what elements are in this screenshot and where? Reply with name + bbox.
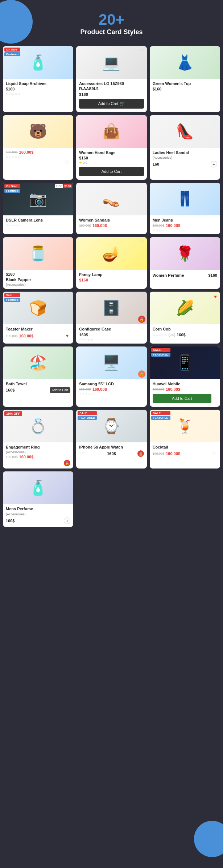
mobile-old-price: 199.00$ [153,388,165,391]
fav-button-sandal[interactable]: ♡ [212,117,219,123]
jeans-new-price: 160.00$ [166,223,180,228]
perfume-emoji: 🌹 [150,237,220,270]
card-body-lamp: Fancy Lamp $160 [76,270,146,289]
lcd-emoji: 🖥️ [76,346,146,379]
corn-emoji: 🌽 [150,292,220,324]
card-image-towel: 🏖️ [3,346,73,379]
handbag-stars-row: ★ 0.0 [79,161,144,165]
lcd-title: Samsung 55" LCD [79,381,144,386]
handbag-cart-label: Add to Cart [102,169,122,174]
jeans-title: Men Jeans [153,218,217,223]
ring-badge-off: 19% OFF [4,411,22,416]
product-card-watch: ⌚ SALE FEATURED iPhone 5s Apple Watch ♡ … [76,410,146,469]
card-body-camera: DSLR Camera Lens ☆☆☆☆☆ [3,215,73,234]
fav-button-soap[interactable]: ♡ [65,48,72,54]
toaster-badge-sale: Sale [4,293,20,297]
camera-stars: ☆☆☆☆☆ [6,223,70,227]
card-body-corn: Corn Cob ☆☆☆☆☆ (0.0) 160$ [150,324,220,343]
toaster-title: Toaster Maker [6,326,70,332]
teddy-fav[interactable]: ♡ [64,159,70,166]
fav-button-lamp[interactable]: ♡ [139,239,145,245]
card-image-ring: 💍 19% OFF [3,410,73,442]
cocktail-fav[interactable]: ♡ [211,450,217,457]
towel-title: Bath Towel [6,381,70,386]
mensperf-emoji: 🧴 [3,471,73,504]
soap-title: Liquid Soap Archives [6,81,70,86]
card-image-perfume: 🌹 ♡ [150,237,220,270]
pepper-emoji: 🫙 [3,237,73,270]
towel-cart-label: Add to Cart [52,388,69,392]
towel-emoji: 🏖️ [3,346,73,379]
sandal-plus-btn[interactable]: + [211,161,217,167]
card-body-ring: Engagement Ring (Accessories) 199.00$ 16… [3,442,73,469]
card-image-toaster: 🍞 Sale Featured [3,292,73,324]
card-body-soap: Liquid Soap Archives $160 ☆☆☆☆☆ [3,79,73,112]
sandals2-new-price: 160.00$ [92,223,107,228]
product-card-toaster: 🍞 Sale Featured Toaster Maker 199.00$ 16… [3,292,73,343]
card-image-case: 🗄️ 🔒 [76,292,146,324]
product-card-top: 👗 ♡ Green Women's Top $160 [150,46,220,112]
ring-lock-icon: 🔒 [64,460,70,466]
mobile-add-to-cart[interactable]: Add to Cart [153,394,211,403]
watch-fav[interactable]: ♡ [79,450,86,457]
product-card-jeans: 👖 Men Jeans 199.00$ 160.00$ ☆☆☆☆☆ [150,183,220,234]
teddy-new-price: 160.00$ [19,150,34,154]
laptop-add-to-cart[interactable]: Add to Cart 🛒 [79,99,144,109]
towel-add-to-cart[interactable]: Add to Cart [50,387,71,393]
handbag-rating: 0.0 [83,161,87,165]
watch-footer: ♡ 160$ 🔒 [79,450,144,457]
card-body-top: Green Women's Top $160 [150,79,220,112]
product-card-camera: 📷 On Sale Featured $199 $160 DSLR Camera… [3,183,73,234]
watch-badge-featured: FEATURED [78,416,97,420]
camera-old-price-badge: $199 [55,184,63,188]
card-body-toaster: Toaster Maker 199.00$ 160.00$ ♥ [3,324,73,343]
product-card-teddy: 🐻 199.00$ 160.00$ ☆☆☆☆☆ ♡ [3,115,73,180]
mobile-fav[interactable]: ♡ [211,395,217,402]
jeans-old-price: 199.00$ [153,224,165,227]
lcd-old-price: 199.00$ [79,388,91,391]
ring-old-price: 199.00$ [6,455,18,459]
card-body-laptop: Accessories LG 15Z980 R.AAS9U1 $160 Add … [76,79,146,112]
corn-rating: (0.0) [169,333,175,337]
header-subtitle: Product Card Styles [0,28,223,36]
product-card-towel: 🏖️ Bath Towel 160$ Add to Cart [3,346,73,407]
corn-price: 160$ [177,333,185,337]
laptop-cart-icon: 🛒 [120,101,125,106]
mensperf-plus-btn[interactable]: + [64,518,70,524]
case-emoji: 🗄️ [76,292,146,324]
lcd-price-row: 199.00$ 160.00$ [79,387,144,392]
case-price: 160$ [79,333,144,337]
lcd-new-price: 160.00$ [92,387,107,392]
fav-button-top[interactable]: ♡ [212,48,219,54]
sandal-subtitle: (Accessories) [153,156,217,159]
mobile-price-row: 199.00$ 160.00$ [153,387,217,392]
jeans-price-row: 199.00$ 160.00$ [153,223,217,228]
mensperf-subtitle: (Accessories) [6,512,70,516]
sandals2-emoji: 👡 [76,183,146,215]
fav-button-laptop[interactable]: ♡ [139,48,145,54]
mensperf-footer: 160$ + [6,517,70,525]
handbag-add-to-cart[interactable]: Add to Cart [79,167,144,176]
cocktail-old-price: 199.00$ [153,452,165,455]
fav-button-mensperf[interactable]: ♡ [65,473,72,479]
laptop-price: $160 [79,92,144,97]
fav-button-corn[interactable]: ♥ [212,293,219,300]
product-card-handbag: 👜 Women Hand Bags $160 ★ 0.0 Add to Cart [76,115,146,180]
perfume-title: Women Perfume [153,273,184,278]
watch-lock-icon: 🔒 [137,450,144,457]
watch-badges: SALE FEATURED [78,411,97,420]
toaster-fav[interactable]: ♥ [64,333,70,339]
fav-button-perfume[interactable]: ♡ [212,239,219,245]
card-body-cocktail: Cocktail 199.00$ 160.00$ ♡ [150,442,220,469]
card-image-sandals2: 👡 [76,183,146,215]
lamp-emoji: 🪔 [76,237,146,270]
card-body-pepper: $160 Black Papper (Accessories) [3,270,73,289]
sandal-title: Ladies Heel Sandal [153,150,217,155]
case-stars: ☆☆☆☆☆ [79,338,144,341]
card-body-case: Configured Case 160$ ☆☆☆☆☆ [76,324,146,343]
mobile-badge-featured: FEATURED [151,353,170,357]
product-card-sandals2: 👡 Women Sandals 199.00$ 160.00$ [76,183,146,234]
card-body-watch: iPhone 5s Apple Watch ♡ 160$ 🔒 [76,442,146,469]
teddy-emoji: 🐻 [3,115,73,148]
cocktail-new-price: 160.00$ [166,451,180,456]
